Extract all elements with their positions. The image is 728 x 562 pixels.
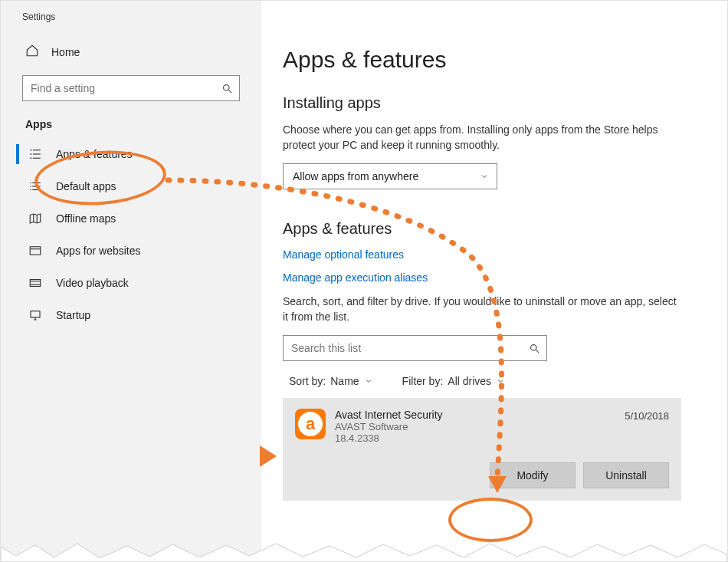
- sort-by-label: Sort by:: [289, 375, 326, 387]
- home-nav[interactable]: Home: [1, 36, 261, 67]
- home-icon: [25, 44, 39, 60]
- sidebar-item-offline-maps[interactable]: Offline maps: [1, 202, 261, 235]
- installing-apps-description: Choose where you can get apps from. Inst…: [283, 123, 681, 153]
- default-apps-icon: [28, 179, 42, 193]
- search-list-box[interactable]: [283, 335, 547, 361]
- video-playback-icon: [28, 276, 42, 290]
- apps-websites-icon: [28, 244, 42, 258]
- settings-window: Settings Home Apps Apps & features De: [0, 0, 728, 562]
- find-setting-container: [22, 75, 240, 101]
- sidebar-item-label: Apps for websites: [56, 245, 141, 257]
- torn-edge-decoration: [1, 539, 727, 562]
- sort-by-control[interactable]: Sort by: Name: [289, 375, 373, 387]
- app-version: 18.4.2338: [335, 432, 615, 444]
- apps-features-subheading: Apps & features: [283, 220, 704, 238]
- sidebar-item-apps-websites[interactable]: Apps for websites: [1, 235, 261, 267]
- page-title: Apps & features: [283, 47, 704, 73]
- filter-by-value: All drives: [448, 375, 491, 387]
- search-list-input[interactable]: [291, 342, 529, 354]
- find-setting-input[interactable]: [31, 82, 221, 94]
- sidebar-item-label: Apps & features: [56, 148, 133, 160]
- search-icon: [221, 83, 233, 94]
- app-source-select[interactable]: Allow apps from anywhere: [283, 163, 497, 189]
- manage-app-aliases-link[interactable]: Manage app execution aliases: [283, 271, 704, 284]
- avast-logo-icon: [295, 409, 326, 439]
- app-item-header: Avast Internet Security AVAST Software 1…: [295, 409, 669, 444]
- svg-point-24: [531, 344, 537, 350]
- sidebar-item-video-playback[interactable]: Video playback: [1, 267, 261, 299]
- app-publisher: AVAST Software: [335, 421, 615, 432]
- chevron-down-icon: [480, 172, 489, 181]
- sidebar-item-label: Offline maps: [56, 212, 116, 225]
- app-install-date: 5/10/2018: [625, 410, 669, 422]
- app-name: Avast Internet Security: [335, 409, 615, 421]
- search-icon: [529, 343, 540, 354]
- filter-by-control[interactable]: Filter by: All drives: [402, 375, 505, 387]
- filter-by-label: Filter by:: [402, 375, 444, 387]
- find-setting-box[interactable]: [22, 75, 240, 101]
- home-label: Home: [51, 46, 80, 58]
- app-meta: Avast Internet Security AVAST Software 1…: [335, 409, 615, 444]
- sort-by-value: Name: [330, 375, 359, 387]
- app-action-row: Modify Uninstall: [295, 462, 669, 488]
- svg-rect-21: [31, 311, 40, 317]
- chevron-down-icon: [364, 376, 373, 386]
- svg-line-1: [228, 90, 231, 93]
- svg-rect-16: [30, 247, 41, 255]
- sidebar-item-label: Default apps: [56, 180, 116, 192]
- chevron-down-icon: [496, 376, 505, 386]
- app-list-item[interactable]: Avast Internet Security AVAST Software 1…: [283, 398, 681, 501]
- sidebar-item-label: Startup: [56, 309, 90, 321]
- installing-apps-heading: Installing apps: [283, 94, 704, 112]
- startup-icon: [28, 308, 42, 322]
- app-source-value: Allow apps from anywhere: [293, 170, 418, 182]
- manage-optional-features-link[interactable]: Manage optional features: [283, 248, 704, 261]
- uninstall-button[interactable]: Uninstall: [583, 462, 669, 488]
- apps-features-icon: [28, 147, 42, 161]
- sidebar-item-apps-features[interactable]: Apps & features: [1, 138, 261, 170]
- sidebar-item-startup[interactable]: Startup: [1, 299, 261, 331]
- svg-rect-18: [30, 280, 41, 287]
- modify-button[interactable]: Modify: [490, 462, 576, 488]
- svg-line-25: [536, 350, 539, 353]
- sidebar-item-default-apps[interactable]: Default apps: [1, 170, 261, 202]
- sort-filter-row: Sort by: Name Filter by: All drives: [283, 375, 704, 387]
- sidebar: Settings Home Apps Apps & features De: [1, 1, 261, 561]
- section-label-apps: Apps: [1, 115, 261, 138]
- main-content: Apps & features Installing apps Choose w…: [261, 1, 727, 561]
- window-title: Settings: [1, 12, 261, 36]
- svg-point-0: [224, 84, 230, 90]
- sidebar-item-label: Video playback: [56, 277, 129, 289]
- offline-maps-icon: [28, 212, 42, 225]
- list-description: Search, sort, and filter by drive. If yo…: [283, 294, 681, 324]
